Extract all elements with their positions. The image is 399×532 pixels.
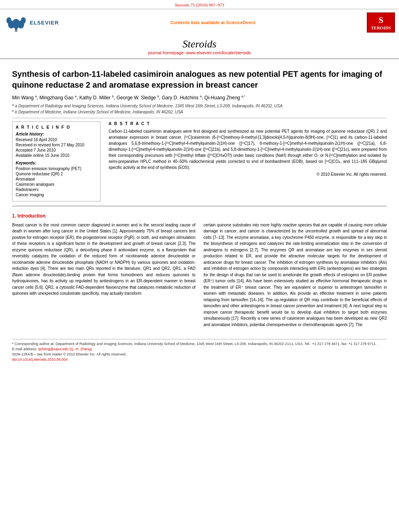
- copyright-line: © 2010 Elsevier Inc. All rights reserved…: [109, 172, 387, 177]
- svg-point-4: [6, 17, 11, 24]
- available-online-date: Available online 15 June 2010: [16, 153, 97, 158]
- journal-title-area: Steroids journal homepage: www.elsevier.…: [0, 36, 399, 57]
- elsevier-tree-icon: [4, 12, 28, 33]
- abstract-column: A B S T R A C T Carbon-11-labeled casimi…: [109, 121, 387, 201]
- svg-point-5: [21, 17, 26, 24]
- main-content: Synthesis of carbon-11-labeled casimiroi…: [0, 59, 399, 367]
- star-note: * Corresponding author at: Department of…: [12, 342, 387, 346]
- accepted-date: Accepted 7 June 2010: [16, 148, 97, 152]
- keywords-list: Keywords: Positron emission tomography (…: [16, 161, 97, 197]
- journal-citation: Steroids 75 (2010) 967–973: [175, 2, 224, 7]
- received-date: Received 16 April 2010: [16, 138, 97, 142]
- elsevier-logo: ELSEVIER: [4, 12, 59, 33]
- steroids-big-s: S: [371, 15, 391, 25]
- abstract-text: Carbon-11-labeled casimiroin analogues w…: [109, 128, 387, 170]
- article-info-label: A R T I C L E I N F O: [16, 125, 97, 129]
- email-label: E-mail address:: [12, 347, 37, 351]
- page-wrapper: Steroids 75 (2010) 967–973 ELSEVIER: [0, 0, 399, 367]
- keyword-6: Cancer imaging: [16, 193, 97, 197]
- elsevier-label: ELSEVIER: [30, 20, 59, 26]
- keyword-1: Positron emission tomography (PET): [16, 166, 97, 171]
- affiliation-b: b b Department of Medicine, Indiana Univ…: [12, 109, 387, 114]
- intro-right-col: certain quinone substrates into more hig…: [204, 222, 387, 331]
- intro-body-columns: Breast cancer is the most common cancer …: [12, 222, 387, 331]
- info-abstract-columns: A R T I C L E I N F O Article history: R…: [12, 121, 387, 201]
- introduction-section: 1. Introduction Breast cancer is the mos…: [12, 213, 387, 331]
- journal-header: ELSEVIER Contents lists available at Sci…: [0, 9, 399, 59]
- email-value: qzheng@iupui.edu (Q.-H. Zheng).: [38, 347, 93, 351]
- history-label: Article history:: [16, 132, 97, 136]
- keyword-2: Quinone reductase (QR) 2: [16, 172, 97, 176]
- issn-line: 0039-128X/$ – see front matter © 2010 El…: [12, 352, 387, 356]
- article-title: Synthesis of carbon-11-labeled casimiroi…: [12, 69, 387, 90]
- journal-homepage: journal homepage: www.elsevier.com/locat…: [0, 50, 399, 55]
- keyword-3: Aromatase: [16, 177, 97, 181]
- intro-heading: 1. Introduction: [12, 213, 387, 219]
- svg-rect-6: [15, 30, 17, 32]
- affiliations: a a Department of Radiology and Imaging …: [12, 103, 387, 115]
- keyword-4: Casimiroin analogues: [16, 182, 97, 187]
- article-info-column: A R T I C L E I N F O Article history: R…: [12, 121, 101, 201]
- steroids-logo-box: S TEROIDS: [367, 12, 395, 33]
- intro-title: Introduction: [17, 213, 45, 219]
- received-revised-date: Received in revised form 27 May 2010: [16, 143, 97, 147]
- footer-notes: * Corresponding author at: Department of…: [12, 339, 387, 362]
- intro-left-col: Breast cancer is the most common cancer …: [12, 222, 195, 331]
- doi-line: doi:10.1016/j.steroids.2010.06.004: [12, 357, 387, 362]
- homepage-url: www.elsevier.com/locate/steroids: [186, 50, 251, 55]
- intro-num: 1.: [12, 213, 16, 219]
- intro-para1: Breast cancer is the most common cancer …: [12, 222, 195, 297]
- sciencedirect-prefix: Contents lists available at: [171, 20, 226, 25]
- email-note: E-mail address: qzheng@iupui.edu (Q.-H. …: [12, 347, 387, 351]
- article-info-box: A R T I C L E I N F O Article history: R…: [12, 121, 101, 201]
- journal-citation-bar: Steroids 75 (2010) 967–973: [0, 0, 399, 9]
- journal-title: Steroids: [0, 38, 399, 50]
- homepage-prefix: journal homepage:: [148, 50, 186, 55]
- affiliation-a: a a Department of Radiology and Imaging …: [12, 103, 387, 108]
- abstract-label: A B S T R A C T: [109, 121, 387, 126]
- sciencedirect-name: ScienceDirect: [226, 20, 255, 25]
- sciencedirect-banner: Contents lists available at ScienceDirec…: [59, 20, 367, 25]
- keyword-5: Radiotracers: [16, 187, 97, 192]
- authors-line: Min Wang a, Mingzhang Gao a, Kathy D. Mi…: [12, 94, 387, 101]
- header-top: ELSEVIER Contents lists available at Sci…: [0, 9, 399, 36]
- steroids-logo-small: TEROIDS: [371, 25, 391, 30]
- keywords-label: Keywords:: [16, 161, 97, 165]
- intro-para2: certain quinone substrates into more hig…: [204, 222, 387, 328]
- authors-text: Min Wang a, Mingzhang Gao a, Kathy D. Mi…: [12, 95, 245, 101]
